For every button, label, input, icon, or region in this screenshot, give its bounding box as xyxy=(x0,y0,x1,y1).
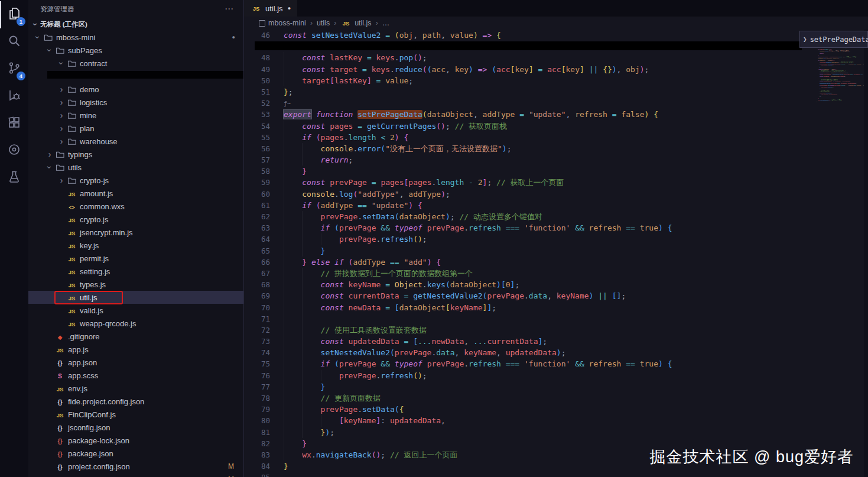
tree-item-typings[interactable]: ›typings xyxy=(28,148,243,161)
line-number: 52 xyxy=(244,98,270,109)
code-line-49[interactable]: 49const target = keys.reduce((acc, key) … xyxy=(244,64,868,75)
code-line-73[interactable]: 73const updatedData = [...newData, ...cu… xyxy=(244,336,868,347)
activity-circle-tool[interactable] xyxy=(0,137,28,164)
code-area[interactable]: 46const setNestedValue2 = (obj, path, va… xyxy=(244,30,868,477)
code-line-47[interactable] xyxy=(244,41,868,52)
tree-item-valid.js[interactable]: JSvalid.js xyxy=(28,304,243,317)
indent-guide xyxy=(302,347,320,358)
breadcrumb-item-util.js[interactable]: JSutil.js xyxy=(340,19,371,27)
code-line-74[interactable]: 74setNestedValue2(prevPage.data, keyName… xyxy=(244,347,868,358)
code-line-52[interactable]: 52ƒ~ xyxy=(244,98,868,109)
code-line-61[interactable]: 61if (addType == "update") { xyxy=(244,200,868,211)
code-line-50[interactable]: 50target[lastKey] = value; xyxy=(244,75,868,86)
minimap[interactable]: const setNestedValue2 = (obj, path, valu… xyxy=(815,30,864,477)
code-line-51[interactable]: 51}; xyxy=(244,86,868,98)
tab-util-js[interactable]: JS util.js ● xyxy=(244,0,297,17)
tree-item-contract[interactable]: ›contract xyxy=(28,57,243,70)
workspace-header[interactable]: › 无标题 (工作区) xyxy=(28,18,243,31)
tree-item-app.scss[interactable]: Sapp.scss xyxy=(28,369,243,382)
tree-item-label: valid.js xyxy=(80,306,103,315)
tree-item-crypto-js[interactable]: ›crypto-js xyxy=(28,174,243,187)
activity-flask-tool[interactable] xyxy=(0,164,28,192)
tree-item-crypto.js[interactable]: JScrypto.js xyxy=(28,213,243,226)
code-line-66[interactable]: 66} else if (addType == "add") { xyxy=(244,257,868,268)
code-line-80[interactable]: 80[keyName]: updatedData, xyxy=(244,415,868,426)
tree-item-util.js[interactable]: JSutil.js xyxy=(28,291,243,304)
tree-item-demo[interactable]: ›demo xyxy=(28,83,243,96)
breadcrumb-item-[interactable]: … xyxy=(382,19,390,27)
code-line-75[interactable]: 75if (prevPage && typeof prevPage.refres… xyxy=(244,358,868,369)
breadcrumb-item-utils[interactable]: utils xyxy=(317,19,330,27)
code-line-68[interactable]: 68const keyName = Object.keys(dataObject… xyxy=(244,279,868,290)
code-line-69[interactable]: 69const currentData = getNestedValue2(pr… xyxy=(244,290,868,301)
tree-item-key.js[interactable]: JSkey.js xyxy=(28,239,243,252)
more-actions-icon[interactable]: ⋯ xyxy=(225,4,234,14)
code-line-53[interactable]: 53export function setPrePageData(dataObj… xyxy=(244,109,868,120)
activity-run-debug[interactable] xyxy=(0,83,28,110)
tree-item-fide.project.config.json[interactable]: {}fide.project.config.json xyxy=(28,395,243,408)
tree-item-app.json[interactable]: {}app.json xyxy=(28,356,243,369)
code-line-81[interactable]: 81}); xyxy=(244,427,868,438)
line-number: 49 xyxy=(244,64,270,75)
tree-item-jsconfig.json[interactable]: {}jsconfig.json xyxy=(28,421,243,434)
line-number: 85 xyxy=(244,472,270,477)
code-line-57[interactable]: 57return; xyxy=(244,154,868,166)
code-line-56[interactable]: 56console.error("没有上一个页面，无法设置数据"); xyxy=(244,143,868,154)
code-line-67[interactable]: 67// 拼接数据到上一个页面的数据数组第一个 xyxy=(244,268,868,279)
tree-item-app.js[interactable]: JSapp.js xyxy=(28,343,243,356)
tree-item-FinClipConf.js[interactable]: JSFinClipConf.js xyxy=(28,408,243,421)
code-line-65[interactable]: 65} xyxy=(244,245,868,257)
tree-item-logistics[interactable]: ›logistics xyxy=(28,96,243,109)
minimap-function-label[interactable]: ❯ setPrePageData xyxy=(799,31,868,48)
chevron-right-icon: › xyxy=(57,176,66,185)
code-line-72[interactable]: 72// 使用工具函数设置嵌套数据 xyxy=(244,325,868,336)
tree-item-common.wxs[interactable]: <>common.wxs xyxy=(28,200,243,213)
activity-extensions[interactable] xyxy=(0,110,28,137)
code-line-85[interactable]: 85 xyxy=(244,472,868,477)
code-line-79[interactable]: 79prevPage.setData({ xyxy=(244,404,868,415)
code-line-54[interactable]: 54const pages = getCurrentPages(); // 获取… xyxy=(244,121,868,132)
code-line-77[interactable]: 77} xyxy=(244,381,868,392)
code-line-64[interactable]: 64prevPage.refresh(); xyxy=(244,233,868,245)
code-line-78[interactable]: 78// 更新页面数据 xyxy=(244,392,868,404)
tree-item-project.private.config.json[interactable]: {}project.private.config.jsonM xyxy=(28,473,243,477)
code-line-55[interactable]: 55if (pages.length < 2) { xyxy=(244,132,868,143)
tree-item-amount.js[interactable]: JSamount.js xyxy=(28,187,243,200)
tree-item-plan[interactable]: ›plan xyxy=(28,122,243,135)
activity-source-control[interactable]: 4 xyxy=(0,56,28,83)
activity-search[interactable] xyxy=(0,28,28,56)
tree-item-mboss-mini[interactable]: ›mboss-mini● xyxy=(28,31,243,44)
tree-item-permit.js[interactable]: JSpermit.js xyxy=(28,252,243,265)
tree-item-package.json[interactable]: {}package.json xyxy=(28,447,243,460)
code-line-59[interactable]: 59const prevPage = pages[pages.length - … xyxy=(244,177,868,188)
code-line-60[interactable]: 60console.log("addType", addType); xyxy=(244,189,868,200)
tree-item-project.config.json[interactable]: {}project.config.jsonM xyxy=(28,460,243,473)
scrollbar[interactable] xyxy=(864,30,868,477)
code-line-62[interactable]: 62prevPage.setData(dataObject); // 动态设置多… xyxy=(244,211,868,222)
tree-item-utils[interactable]: ›utils xyxy=(28,161,243,174)
tree-item-jsencrypt.min.js[interactable]: JSjsencrypt.min.js xyxy=(28,226,243,239)
tree-item-label: types.js xyxy=(80,280,106,289)
tree-item-warehouse[interactable]: ›warehouse xyxy=(28,135,243,148)
js-file-icon: JS xyxy=(66,293,77,302)
code-line-58[interactable]: 58} xyxy=(244,166,868,177)
code-text: if (prevPage && typeof prevPage.refresh … xyxy=(270,358,672,369)
code-line-71[interactable]: 71 xyxy=(244,313,868,325)
tree-item-package-lock.json[interactable]: {}package-lock.json xyxy=(28,434,243,447)
breadcrumb-item-mboss-mini[interactable]: mboss-mini xyxy=(259,19,306,27)
tree-item-mine[interactable]: ›mine xyxy=(28,109,243,122)
code-line-48[interactable]: 48const lastKey = keys.pop(); xyxy=(244,52,868,63)
activity-explorer[interactable]: 1 xyxy=(0,1,28,28)
tree-item-.gitignore[interactable]: ◆.gitignore xyxy=(28,330,243,343)
code-line-76[interactable]: 76prevPage.refresh(); xyxy=(244,370,868,381)
code-line-63[interactable]: 63if (prevPage && typeof prevPage.refres… xyxy=(244,222,868,233)
code-line-46[interactable]: 46const setNestedValue2 = (obj, path, va… xyxy=(244,30,868,41)
modified-dot-icon[interactable]: ● xyxy=(288,5,291,11)
tree-item-types.js[interactable]: JStypes.js xyxy=(28,278,243,291)
tree-item-setting.js[interactable]: JSsetting.js xyxy=(28,265,243,278)
tree-item-subPages[interactable]: ›subPages xyxy=(28,44,243,57)
tree-item-weapp-qrcode.js[interactable]: JSweapp-qrcode.js xyxy=(28,317,243,330)
code-text: const newData = [dataObject[keyName]]; xyxy=(270,302,496,313)
code-line-70[interactable]: 70const newData = [dataObject[keyName]]; xyxy=(244,302,868,313)
tree-item-env.js[interactable]: JSenv.js xyxy=(28,382,243,395)
